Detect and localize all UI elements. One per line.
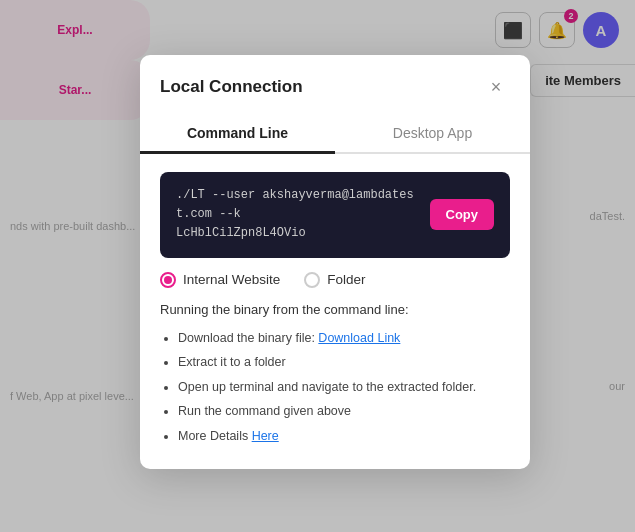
- local-connection-modal: Local Connection × Command Line Desktop …: [140, 55, 530, 469]
- here-link[interactable]: Here: [252, 429, 279, 443]
- radio-internal-website[interactable]: Internal Website: [160, 272, 280, 288]
- instruction-terminal-text: Open up terminal and navigate to the ext…: [178, 380, 476, 394]
- radio-folder-circle: [304, 272, 320, 288]
- radio-internal-website-circle: [160, 272, 176, 288]
- instruction-extract-text: Extract it to a folder: [178, 355, 286, 369]
- copy-button[interactable]: Copy: [430, 199, 495, 230]
- close-button[interactable]: ×: [482, 73, 510, 101]
- list-item: Download the binary file: Download Link: [178, 327, 510, 350]
- modal-title: Local Connection: [160, 77, 303, 97]
- radio-group: Internal Website Folder: [160, 272, 510, 288]
- list-item: Run the command given above: [178, 400, 510, 423]
- list-item: More Details Here: [178, 425, 510, 448]
- instruction-more-text: More Details: [178, 429, 252, 443]
- download-link[interactable]: Download Link: [318, 331, 400, 345]
- tab-command-line[interactable]: Command Line: [140, 115, 335, 154]
- instructions-list: Download the binary file: Download Link …: [160, 327, 510, 448]
- radio-folder-label: Folder: [327, 272, 365, 287]
- radio-internal-website-label: Internal Website: [183, 272, 280, 287]
- command-code-box: ./LT --user akshayverma@lambdatest.com -…: [160, 172, 510, 258]
- instruction-download-text: Download the binary file:: [178, 331, 318, 345]
- modal-header: Local Connection ×: [140, 55, 530, 101]
- modal-body: ./LT --user akshayverma@lambdatest.com -…: [140, 154, 530, 469]
- tab-desktop-app[interactable]: Desktop App: [335, 115, 530, 154]
- command-text: ./LT --user akshayverma@lambdatest.com -…: [176, 186, 420, 244]
- tabs-bar: Command Line Desktop App: [140, 115, 530, 154]
- list-item: Extract it to a folder: [178, 351, 510, 374]
- radio-folder[interactable]: Folder: [304, 272, 365, 288]
- instructions-title: Running the binary from the command line…: [160, 302, 510, 317]
- list-item: Open up terminal and navigate to the ext…: [178, 376, 510, 399]
- instruction-run-text: Run the command given above: [178, 404, 351, 418]
